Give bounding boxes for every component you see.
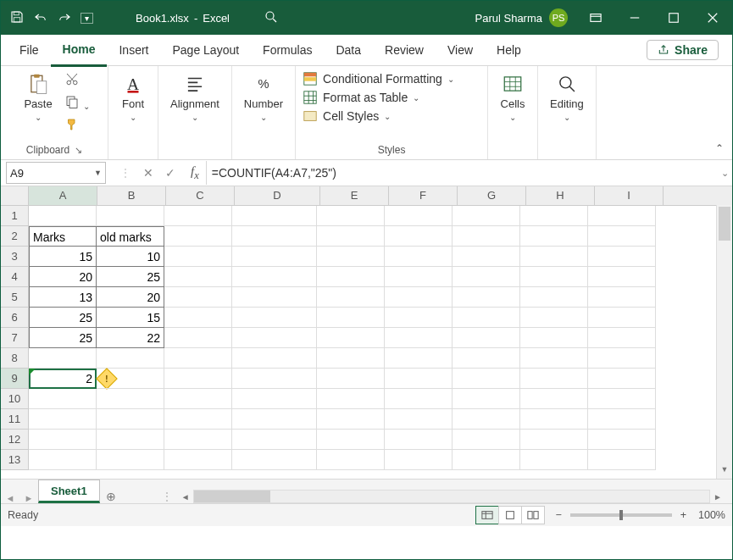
tab-formulas[interactable]: Formulas — [251, 35, 324, 65]
cell[interactable] — [453, 409, 520, 430]
cell[interactable] — [97, 348, 164, 369]
scroll-right-icon[interactable]: ► — [710, 492, 725, 502]
cell[interactable] — [520, 206, 588, 226]
font-group-button[interactable]: A Font ⌄ — [115, 69, 151, 124]
chevron-down-icon[interactable]: ▼ — [94, 169, 102, 177]
cell[interactable] — [588, 328, 656, 348]
tab-page-layout[interactable]: Page Layout — [160, 35, 251, 65]
cell[interactable] — [453, 247, 520, 267]
cell[interactable] — [317, 267, 385, 287]
cell[interactable] — [317, 409, 385, 430]
cell[interactable] — [385, 348, 453, 369]
row-header[interactable]: 11 — [1, 409, 29, 430]
cell[interactable] — [453, 206, 520, 226]
zoom-level[interactable]: 100% — [698, 509, 725, 521]
cell[interactable] — [29, 389, 97, 409]
cell[interactable] — [520, 287, 588, 308]
horizontal-scrollbar[interactable] — [193, 490, 710, 503]
cell[interactable] — [520, 369, 588, 389]
cell[interactable] — [588, 450, 656, 470]
cell[interactable] — [385, 328, 453, 348]
cell[interactable] — [385, 389, 453, 409]
column-header[interactable]: H — [526, 186, 595, 205]
row-header[interactable]: 5 — [1, 287, 29, 308]
redo-icon[interactable] — [57, 9, 72, 27]
cell[interactable] — [317, 328, 385, 348]
undo-icon[interactable] — [33, 9, 48, 27]
cell[interactable] — [232, 267, 317, 287]
dialog-launcher-icon[interactable]: ↘ — [75, 145, 82, 156]
cell[interactable] — [385, 308, 453, 328]
row-header[interactable]: 3 — [1, 247, 29, 267]
cell[interactable] — [232, 409, 317, 430]
row-header[interactable]: 12 — [1, 430, 29, 450]
cell[interactable] — [317, 287, 385, 308]
expand-formula-bar-icon[interactable]: ⌄ — [717, 168, 732, 179]
cell[interactable] — [164, 247, 232, 267]
cell[interactable] — [520, 409, 588, 430]
share-button[interactable]: Share — [647, 40, 719, 60]
cell[interactable] — [588, 206, 656, 226]
cell[interactable] — [588, 348, 656, 369]
editing-group-button[interactable]: Editing ⌄ — [545, 69, 589, 124]
qat-customize-icon[interactable]: ▾ — [81, 13, 93, 24]
maximize-icon[interactable] — [654, 1, 693, 35]
cell[interactable] — [164, 450, 232, 470]
cut-icon[interactable] — [64, 71, 90, 89]
cell[interactable] — [453, 308, 520, 328]
cell[interactable] — [520, 328, 588, 348]
scroll-down-icon[interactable]: ▼ — [717, 465, 732, 479]
cell[interactable] — [232, 206, 317, 226]
view-page-break-icon[interactable] — [521, 506, 545, 524]
search-icon[interactable] — [264, 9, 279, 27]
cell[interactable] — [385, 226, 453, 247]
row-header[interactable]: 13 — [1, 450, 29, 470]
column-header[interactable]: G — [458, 186, 526, 205]
cell[interactable] — [317, 247, 385, 267]
cell[interactable] — [453, 430, 520, 450]
user-name[interactable]: Parul Sharma — [475, 12, 542, 25]
cell[interactable] — [588, 267, 656, 287]
cell[interactable] — [317, 226, 385, 247]
scrollbar-thumb[interactable] — [194, 491, 270, 502]
cell[interactable] — [164, 328, 232, 348]
cell[interactable] — [164, 389, 232, 409]
cell[interactable] — [97, 409, 164, 430]
cell[interactable] — [164, 430, 232, 450]
worksheet-grid[interactable]: A B C D E F G H I 1 2 Marks old marks 3 … — [1, 186, 732, 479]
number-group-button[interactable]: % Number ⌄ — [239, 69, 288, 124]
cell[interactable] — [453, 450, 520, 470]
cell-styles-button[interactable]: Cell Styles ⌄ — [303, 108, 391, 124]
cell[interactable] — [29, 450, 97, 470]
name-box[interactable]: A9 ▼ — [6, 162, 106, 184]
cell[interactable] — [317, 206, 385, 226]
cell[interactable] — [385, 430, 453, 450]
cell[interactable] — [232, 389, 317, 409]
sheet-tab[interactable]: Sheet1 — [38, 480, 100, 503]
format-as-table-button[interactable]: Format as Table ⌄ — [303, 90, 419, 105]
cell[interactable] — [453, 287, 520, 308]
paste-button[interactable]: Paste ⌄ — [19, 69, 57, 124]
column-header[interactable]: D — [235, 186, 320, 205]
column-header[interactable]: B — [97, 186, 166, 205]
column-header[interactable]: E — [320, 186, 389, 205]
cell[interactable] — [317, 389, 385, 409]
cell[interactable] — [588, 247, 656, 267]
cell[interactable]: 20 — [97, 287, 164, 308]
cell[interactable]: 22 — [97, 328, 164, 348]
cell[interactable] — [232, 328, 317, 348]
cell[interactable] — [317, 369, 385, 389]
cell[interactable]: 25 — [29, 308, 97, 328]
minimize-icon[interactable] — [615, 1, 654, 35]
cell[interactable] — [29, 206, 97, 226]
format-painter-icon[interactable] — [64, 117, 90, 135]
sheet-nav-prev-icon[interactable]: ◄ — [1, 493, 19, 503]
cell[interactable]: 25 — [97, 267, 164, 287]
zoom-in-button[interactable]: + — [680, 509, 686, 521]
cell[interactable] — [520, 267, 588, 287]
cell[interactable] — [453, 267, 520, 287]
cell[interactable] — [232, 287, 317, 308]
tab-home[interactable]: Home — [51, 34, 108, 67]
cell[interactable] — [588, 389, 656, 409]
view-normal-icon[interactable] — [475, 506, 499, 524]
